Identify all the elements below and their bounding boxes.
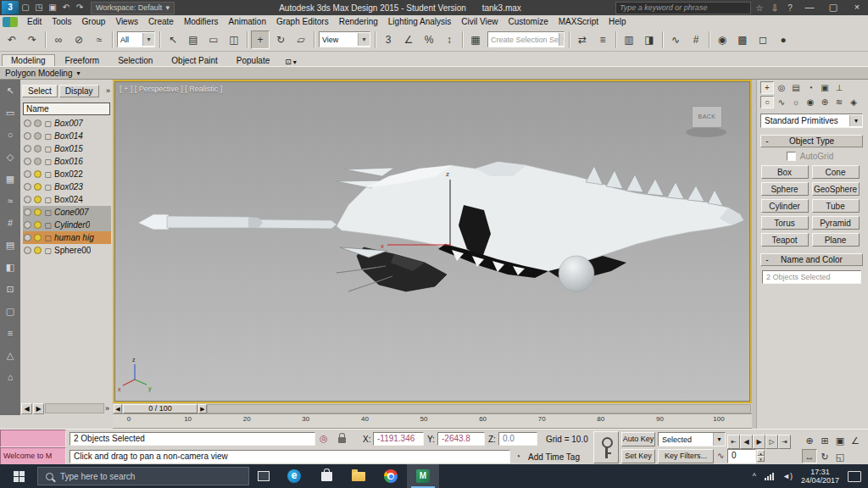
menu-lighting-analysis[interactable]: Lighting Analysis (383, 17, 457, 26)
named-selection-dropdown[interactable]: Create Selection Se▾ (487, 31, 565, 47)
z-coord-field[interactable]: 0.0 (498, 432, 537, 446)
menu-group[interactable]: Group (77, 17, 111, 26)
chrome-icon[interactable] (375, 464, 407, 488)
perspective-viewport[interactable]: z x z x y [ + ] [ Perspective ] [ Realis… (113, 80, 752, 403)
named-sets-icon[interactable]: ▦ (466, 30, 485, 49)
scene-item-box016[interactable]: ▢Box016 (23, 155, 111, 168)
create-box-button[interactable]: Box (761, 165, 809, 179)
align-icon[interactable]: ≡ (593, 30, 612, 49)
isolate-icon[interactable]: ◎ (320, 433, 328, 444)
next-frame-icon[interactable]: ▷ (765, 435, 778, 449)
create-geosphere-button[interactable]: GeoSphere (812, 182, 860, 196)
viewport-label[interactable]: [ + ] [ Perspective ] [ Realistic ] (120, 85, 222, 93)
maximize-viewport-icon[interactable]: ◱ (832, 450, 848, 464)
motion-tab-icon[interactable]: ◔ (804, 81, 817, 94)
strip-circle-icon[interactable]: ○ (3, 128, 18, 141)
workspace-dropdown[interactable]: Workspace: Default ▾ (91, 2, 175, 14)
curve-editor-icon[interactable]: ∿ (666, 30, 685, 49)
star-icon[interactable]: ☆ (753, 3, 766, 13)
lights-cat-icon[interactable]: ☼ (789, 96, 803, 108)
strip-select-icon[interactable]: ↖ (3, 84, 18, 97)
scene-item-human-hig[interactable]: ▢human hig (23, 231, 111, 244)
select-by-name-icon[interactable]: ▤ (184, 30, 203, 49)
percent-snap-icon[interactable]: % (420, 30, 438, 49)
track-bar[interactable]: 0102030405060708090100 (113, 414, 752, 429)
menu-views[interactable]: Views (110, 17, 143, 26)
task-view-button[interactable] (249, 464, 278, 488)
rendered-frame-icon[interactable]: ◻ (754, 30, 772, 49)
help-search-input[interactable]: Type a keyword or phrase (615, 2, 751, 14)
menu-create[interactable]: Create (143, 17, 179, 26)
create-cone-button[interactable]: Cone (812, 165, 860, 179)
ribbon-panel-icon[interactable]: ⊡ (285, 58, 292, 66)
max-icon[interactable]: ▢ (822, 0, 844, 15)
create-cylinder-button[interactable]: Cylinder (761, 199, 809, 213)
name-color-rollout[interactable]: - Name and Color (760, 253, 863, 266)
scene-item-cone007[interactable]: ▢Cone007 (23, 206, 111, 219)
key-selection-dropdown[interactable]: Selected ▾ (658, 432, 726, 446)
go-start-icon[interactable]: ⇤ (727, 435, 740, 449)
taskbar-search-input[interactable]: Type here to search (37, 467, 249, 485)
menu-modifiers[interactable]: Modifiers (179, 17, 224, 26)
scene-item-box007[interactable]: ▢Box007 (23, 117, 111, 130)
scale-icon[interactable]: ▱ (292, 30, 310, 49)
snaps-toggle-icon[interactable]: 3 (379, 30, 398, 49)
strip-hash-icon[interactable]: # (3, 216, 18, 230)
x-coord-field[interactable]: -1191.346 (373, 432, 424, 446)
file-explorer-icon[interactable] (342, 464, 375, 488)
strip-poly-icon[interactable]: ◇ (3, 150, 18, 164)
object-type-rollout[interactable]: - Object Type (760, 135, 863, 147)
scene-item-cylinder0[interactable]: ▢Cylinder0 (23, 219, 111, 231)
caret-icon[interactable]: ▾ (293, 58, 297, 66)
strip-rect-icon[interactable]: ▭ (3, 106, 18, 119)
set-key-button[interactable]: Set Key (621, 449, 655, 463)
clock[interactable]: 17:31 24/04/2017 (801, 468, 839, 485)
shapes-cat-icon[interactable]: ∿ (775, 96, 788, 108)
time-slider-handle[interactable]: 0 / 100 (123, 404, 198, 413)
select-object-icon[interactable]: ↖ (164, 30, 182, 49)
reference-coordinate-dropdown[interactable]: View▾ (319, 31, 370, 47)
start-button[interactable] (0, 464, 37, 488)
selection-filter-dropdown[interactable]: All▾ (117, 31, 155, 47)
scroll-left-icon[interactable]: ◀ (21, 403, 32, 414)
menu-help[interactable]: Help (604, 17, 632, 26)
mirror-icon[interactable]: ⇄ (573, 30, 592, 49)
speaker-icon[interactable]: ◄) (782, 472, 793, 480)
tank3-model[interactable]: z x z x y (114, 81, 750, 402)
go-end-icon[interactable]: ⇥ (778, 435, 791, 449)
ribbon-tab-object-paint[interactable]: Object Paint (163, 55, 225, 66)
key-filters-button[interactable]: Key Filters... (658, 449, 714, 463)
angle-snap-icon[interactable]: ∠ (399, 30, 418, 49)
hierarchy-tab-icon[interactable]: ▤ (789, 81, 803, 94)
cameras-cat-icon[interactable]: ◉ (804, 96, 817, 108)
strip-half-icon[interactable]: ◧ (3, 260, 18, 274)
redo-icon[interactable]: ↷ (23, 30, 42, 49)
orbit-icon[interactable]: ↻ (817, 450, 832, 464)
ribbon-tab-selection[interactable]: Selection (109, 55, 161, 66)
create-teapot-button[interactable]: Teapot (761, 233, 809, 247)
render-icon[interactable]: ● (774, 30, 793, 49)
viewcube[interactable]: BACK (682, 102, 730, 137)
time-slider-track[interactable] (207, 404, 751, 413)
strip-list-icon[interactable]: ▤ (3, 238, 18, 252)
strip-dot-icon[interactable]: ⊡ (3, 282, 18, 296)
open-file-icon[interactable]: ◳ (32, 2, 46, 14)
zoom-icon[interactable]: ⊕ (802, 434, 817, 448)
undo-icon[interactable]: ↶ (59, 2, 73, 14)
ribbon-tab-modeling[interactable]: Modeling (2, 54, 55, 66)
fov-icon[interactable]: ∠ (848, 434, 863, 448)
command-panel-scrollbar[interactable] (752, 80, 757, 429)
help-icon[interactable]: ? (783, 3, 797, 13)
zoom-extents-icon[interactable]: ▣ (832, 434, 848, 448)
systems-cat-icon[interactable]: ◈ (847, 96, 860, 108)
y-coord-field[interactable]: -2643.8 (437, 432, 485, 446)
display-tab-icon[interactable]: ▣ (818, 81, 832, 94)
redo-icon[interactable]: ↷ (73, 2, 86, 14)
spacewarps-cat-icon[interactable]: ≋ (832, 96, 846, 108)
menu-civil-view[interactable]: Civil View (456, 17, 503, 26)
scene-item-box024[interactable]: ▢Box024 (23, 193, 111, 206)
save-icon[interactable]: ▣ (46, 2, 59, 14)
name-column-header[interactable]: Name (23, 103, 110, 115)
add-time-tag[interactable]: Add Time Tag (528, 452, 580, 462)
polygon-modeling-panel[interactable]: Polygon Modeling ▾ (0, 66, 868, 80)
